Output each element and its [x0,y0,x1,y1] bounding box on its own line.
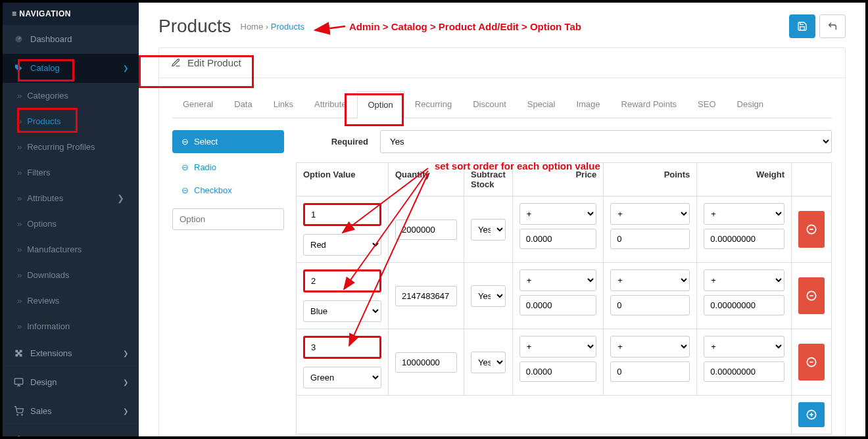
price-prefix-select[interactable]: + [519,203,597,225]
points-prefix-select[interactable]: + [610,269,690,291]
points-input[interactable] [610,229,690,249]
option-values-table: Option Value Quantity Subtract Stock Pri… [296,162,832,434]
points-input[interactable] [610,361,690,382]
subtract-select[interactable]: Yes [471,219,506,241]
weight-input[interactable] [704,229,784,249]
option-value-select[interactable]: Blue [303,300,381,322]
sidebar-item-extensions[interactable]: Extensions❯ [3,339,139,368]
option-value-row: GreenYes+++ [297,329,832,396]
pencil-icon [171,58,181,68]
sidebar: NAVIGATION DashboardCatalog❯CategoriesPr… [3,3,139,436]
sidebar-item-catalog[interactable]: Catalog❯ [3,54,139,83]
option-radio-link[interactable]: ⊖ Radio [172,156,284,179]
sidebar-item-dashboard[interactable]: Dashboard [3,25,139,54]
price-input[interactable] [519,361,597,382]
cart-icon [13,406,24,416]
sidebar-sub-products[interactable]: Products [3,108,139,134]
subtract-select[interactable]: Yes [471,352,506,373]
price-prefix-select[interactable]: + [519,336,597,358]
plus-circle-icon [806,409,817,420]
svg-point-5 [21,415,22,415]
quantity-input[interactable] [395,352,457,373]
sidebar-sub-reviews[interactable]: Reviews [3,288,139,313]
tab-discount[interactable]: Discount [462,91,517,118]
minus-circle-icon [806,290,817,301]
remove-option-value-button[interactable] [798,211,825,248]
sidebar-sub-filters[interactable]: Filters [3,160,139,185]
weight-input[interactable] [704,361,784,382]
minus-circle-icon: ⊖ [181,137,189,147]
quantity-input[interactable] [395,286,457,306]
nav-header: NAVIGATION [3,3,139,25]
svg-point-4 [17,415,18,415]
dashboard-icon [13,34,24,44]
col-price: Price [512,163,604,196]
quantity-input[interactable] [395,220,457,240]
save-icon [797,21,808,32]
minus-circle-icon [806,357,817,367]
sort-order-input[interactable] [303,336,381,359]
weight-input[interactable] [704,295,784,315]
tab-links[interactable]: Links [263,91,304,118]
tab-recurring[interactable]: Recurring [404,91,462,118]
required-select[interactable]: Yes [380,130,832,153]
sidebar-item-design[interactable]: Design❯ [3,368,139,397]
weight-prefix-select[interactable]: + [704,336,784,358]
tab-general[interactable]: General [172,91,224,118]
sidebar-sub-attributes[interactable]: Attributes❯ [3,185,139,211]
option-select-pill[interactable]: ⊖ Select [172,130,284,153]
points-input[interactable] [610,295,690,315]
sidebar-item-sales[interactable]: Sales❯ [3,397,139,426]
sort-order-input[interactable] [303,203,381,226]
add-option-value-button[interactable] [798,402,825,427]
tab-reward-points[interactable]: Reward Points [611,91,688,118]
tab-image[interactable]: Image [566,91,610,118]
subtract-select[interactable]: Yes [471,285,506,307]
reply-icon [827,21,838,32]
weight-prefix-select[interactable]: + [704,203,784,225]
chevron-right-icon: ❯ [117,193,124,203]
tab-bar: GeneralDataLinksAttributeOptionRecurring… [172,91,832,118]
col-quantity: Quantity [389,163,464,196]
required-label: Required [296,137,368,147]
save-button[interactable] [789,14,815,38]
option-value-select[interactable]: Red [303,234,381,256]
breadcrumb-home[interactable]: Home [241,22,264,32]
tab-attribute[interactable]: Attribute [304,91,356,118]
sidebar-sub-options[interactable]: Options [3,211,139,237]
tab-special[interactable]: Special [517,91,566,118]
tab-design[interactable]: Design [727,91,774,118]
option-value-select[interactable]: Green [303,367,381,388]
sidebar-sub-recurring-profiles[interactable]: Recurring Profiles [3,134,139,160]
chevron-right-icon: ❯ [123,407,128,415]
main-content: Products Home › Products Edit Product [139,3,865,436]
sidebar-sub-manufacturers[interactable]: Manufacturers [3,237,139,262]
col-weight: Weight [697,163,792,196]
user-icon [13,435,24,436]
remove-option-value-button[interactable] [798,277,825,314]
sort-order-input[interactable] [303,269,381,292]
monitor-icon [13,377,24,387]
price-prefix-select[interactable]: + [519,269,597,291]
option-value-row: RedYes+++ [297,196,832,263]
price-input[interactable] [519,229,597,249]
remove-option-value-button[interactable] [798,344,825,381]
sidebar-item-customers[interactable]: Customers❯ [3,426,139,436]
points-prefix-select[interactable]: + [610,203,690,225]
page-header: Products Home › Products [158,3,846,47]
option-autocomplete-input[interactable] [172,208,284,230]
chevron-right-icon: ❯ [123,350,128,357]
breadcrumb-products[interactable]: Products [271,22,304,32]
tab-option[interactable]: Option [357,91,404,118]
option-checkbox-link[interactable]: ⊖ Checkbox [172,179,284,202]
weight-prefix-select[interactable]: + [704,269,784,291]
tab-data[interactable]: Data [224,91,262,118]
back-button[interactable] [819,14,846,38]
sidebar-sub-information[interactable]: Information [3,313,139,339]
points-prefix-select[interactable]: + [610,336,690,358]
minus-circle-icon [806,224,817,235]
tab-seo[interactable]: SEO [687,91,726,118]
sidebar-sub-downloads[interactable]: Downloads [3,262,139,288]
price-input[interactable] [519,295,597,315]
sidebar-sub-categories[interactable]: Categories [3,83,139,108]
